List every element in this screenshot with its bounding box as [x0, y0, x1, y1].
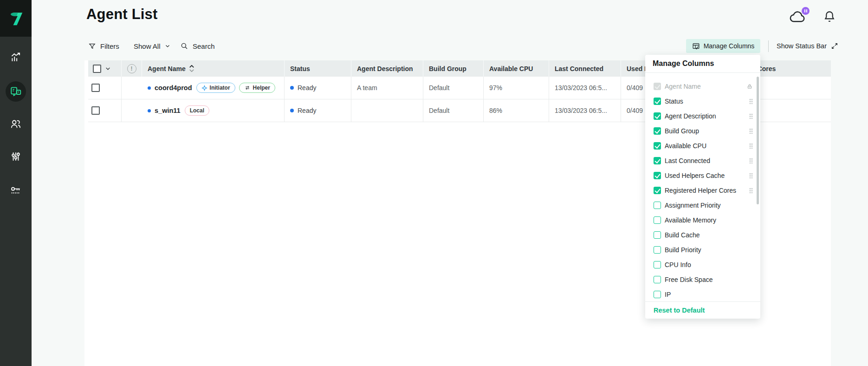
last-connected-cell: 13/03/2023 06:5...	[549, 77, 621, 99]
panel-title: Manage Columns	[645, 55, 760, 73]
show-all-dropdown[interactable]: Show All	[134, 39, 170, 53]
unchecked-checkbox[interactable]	[654, 261, 661, 268]
cloud-status-button[interactable]	[789, 9, 808, 26]
brand-logo[interactable]	[0, 0, 32, 37]
row-alert-cell	[122, 99, 142, 122]
column-item-ip[interactable]: IP	[645, 287, 760, 302]
description-cell	[351, 99, 423, 122]
sidebar-item-agents[interactable]	[6, 81, 26, 102]
select-all-checkbox[interactable]	[93, 65, 101, 73]
header-agent-name[interactable]: Agent Name	[142, 60, 285, 77]
panel-scrollbar[interactable]	[757, 77, 759, 204]
header-build-group[interactable]: Build Group	[423, 60, 484, 77]
column-item-available-cpu[interactable]: Available CPU	[645, 138, 760, 153]
unchecked-checkbox[interactable]	[654, 231, 661, 239]
status-dot	[290, 86, 294, 90]
helper-tag: Helper	[239, 83, 275, 93]
checked-checkbox[interactable]	[654, 187, 661, 194]
available-cpu-cell: 97%	[484, 77, 549, 99]
show-status-bar-button[interactable]: Show Status Bar	[777, 39, 838, 53]
agents-icon	[10, 85, 22, 98]
drag-handle-icon[interactable]	[749, 188, 753, 193]
edit-columns-icon	[692, 42, 700, 50]
header-status[interactable]: Status	[285, 60, 351, 77]
drag-handle-icon[interactable]	[749, 128, 753, 134]
status-cell: Ready	[285, 77, 351, 99]
drag-handle-icon[interactable]	[749, 143, 753, 149]
filters-label: Filters	[100, 42, 119, 50]
agent-name[interactable]: s_win11	[155, 107, 181, 114]
header-alert-cell: !	[122, 60, 142, 77]
column-item-agent-description[interactable]: Agent Description	[645, 109, 760, 124]
manage-columns-button[interactable]: Manage Columns	[686, 39, 760, 53]
row-checkbox[interactable]	[91, 84, 100, 92]
alert-circle-icon: !	[127, 64, 136, 73]
row-checkbox[interactable]	[91, 106, 100, 115]
column-item-last-connected[interactable]: Last Connected	[645, 153, 760, 168]
column-item-free-disk-space[interactable]: Free Disk Space	[645, 272, 760, 287]
expand-icon	[831, 42, 838, 50]
unchecked-checkbox[interactable]	[654, 216, 661, 224]
checked-checkbox[interactable]	[654, 142, 661, 150]
notifications-button[interactable]	[823, 9, 841, 26]
sidebar-item-license-keys[interactable]	[6, 181, 26, 201]
sidebar-item-settings[interactable]	[6, 146, 26, 167]
column-item-assignment-priority[interactable]: Assignment Priority	[645, 198, 760, 213]
manage-columns-panel: Manage Columns Agent Name Status Agent D…	[645, 55, 760, 319]
locked-checkbox	[654, 83, 661, 90]
drag-handle-icon[interactable]	[749, 98, 753, 104]
checked-checkbox[interactable]	[654, 172, 661, 179]
unchecked-checkbox[interactable]	[654, 246, 661, 254]
checked-checkbox[interactable]	[654, 127, 661, 135]
search-label: Search	[193, 42, 215, 50]
drag-handle-icon[interactable]	[749, 173, 753, 178]
show-all-label: Show All	[134, 42, 161, 50]
unchecked-checkbox[interactable]	[654, 202, 661, 209]
checked-checkbox[interactable]	[654, 112, 661, 120]
column-label: Agent Name	[148, 65, 186, 72]
column-item-build-cache[interactable]: Build Cache	[645, 228, 760, 242]
pause-badge	[802, 7, 810, 15]
panel-footer: Reset to Default	[645, 301, 760, 319]
column-item-registered-helper-cores[interactable]: Registered Helper Cores	[645, 183, 760, 198]
select-menu-chevron-icon[interactable]	[105, 65, 111, 72]
reset-to-default-link[interactable]: Reset to Default	[654, 307, 705, 314]
agent-name[interactable]: coord4prod	[155, 84, 192, 92]
unchecked-checkbox[interactable]	[654, 276, 661, 283]
agent-online-dot	[148, 109, 151, 112]
header-last-connected[interactable]: Last Connected	[549, 60, 621, 77]
pause-icon	[804, 9, 805, 13]
column-item-build-group[interactable]: Build Group	[645, 124, 760, 138]
header-available-cpu[interactable]: Available CPU	[484, 60, 549, 77]
search-button[interactable]: Search	[180, 39, 215, 53]
sidebar-item-analytics[interactable]	[6, 47, 26, 67]
drag-handle-icon[interactable]	[749, 113, 753, 119]
incredibuild-logo-icon	[7, 9, 25, 28]
description-cell: A team	[351, 77, 423, 99]
settings-sliders-icon	[10, 150, 22, 163]
drag-handle-icon[interactable]	[749, 158, 753, 163]
filter-funnel-icon	[88, 42, 96, 50]
last-connected-cell: 13/03/2023 06:5...	[549, 99, 621, 122]
column-item-used-helpers-cache[interactable]: Used Helpers Cache	[645, 168, 760, 183]
lock-icon	[746, 83, 753, 90]
agent-online-dot	[148, 86, 151, 90]
header-agent-description[interactable]: Agent Description	[351, 60, 423, 77]
filters-button[interactable]: Filters	[88, 39, 119, 53]
chevron-down-icon	[165, 43, 170, 49]
show-status-bar-label: Show Status Bar	[777, 42, 827, 50]
column-item-status[interactable]: Status	[645, 94, 760, 109]
checked-checkbox[interactable]	[654, 98, 661, 105]
unchecked-checkbox[interactable]	[654, 291, 661, 298]
sort-icons[interactable]	[189, 65, 194, 72]
build-group-cell: Default	[423, 99, 484, 122]
column-item-cpu-info[interactable]: CPU Info	[645, 257, 760, 272]
initiator-tag: Initiator	[196, 83, 235, 93]
agent-name-cell: s_win11 Local	[142, 99, 285, 122]
column-item-build-priority[interactable]: Build Priority	[645, 242, 760, 257]
header-select-cell	[88, 60, 122, 77]
local-tag: Local	[185, 105, 209, 116]
sidebar-item-users[interactable]	[6, 114, 26, 134]
checked-checkbox[interactable]	[654, 157, 661, 164]
column-item-available-memory[interactable]: Available Memory	[645, 213, 760, 228]
